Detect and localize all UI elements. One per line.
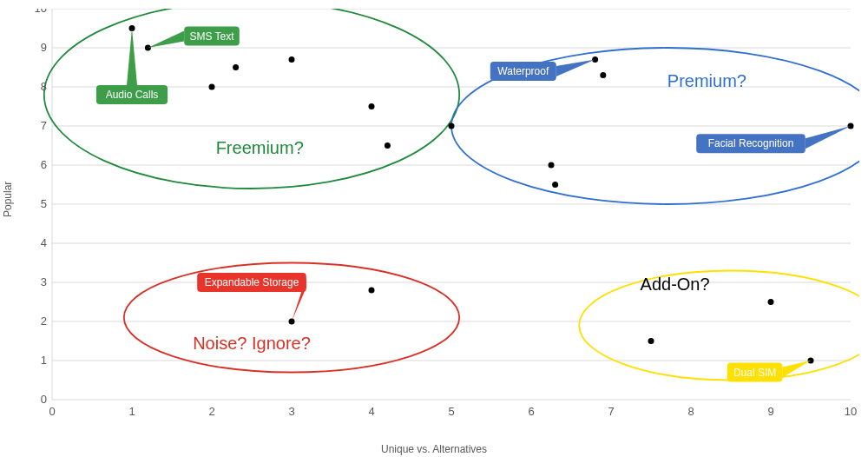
- callout: Audio Calls: [96, 29, 168, 104]
- region-label: Freemium?: [216, 138, 304, 157]
- callout: SMS Text: [148, 27, 239, 48]
- x-tick: 0: [49, 405, 55, 418]
- region-ellipse: [579, 271, 859, 381]
- y-tick: 8: [41, 80, 47, 93]
- callout: Facial Recognition: [696, 126, 851, 153]
- callout: Expandable Storage: [197, 273, 306, 321]
- x-tick: 1: [128, 405, 135, 418]
- region-label: Add-On?: [641, 275, 710, 294]
- svg-marker-12: [148, 31, 184, 49]
- data-point: [552, 182, 558, 188]
- y-tick: 2: [41, 315, 47, 328]
- y-tick: 10: [35, 9, 47, 15]
- data-point: [369, 103, 375, 109]
- y-tick: 7: [41, 119, 47, 132]
- data-point: [209, 84, 215, 90]
- callout-label: Facial Recognition: [708, 137, 794, 149]
- svg-marker-18: [806, 126, 851, 149]
- callout-label: Audio Calls: [106, 89, 159, 101]
- region-label: Noise? Ignore?: [193, 334, 311, 353]
- y-tick: 3: [41, 275, 47, 288]
- x-axis-label: Unique vs. Alternatives: [0, 443, 868, 455]
- x-tick: 8: [687, 405, 694, 418]
- callout-label: Dual SIM: [733, 367, 776, 379]
- y-tick: 4: [41, 236, 47, 249]
- data-point: [385, 142, 391, 149]
- y-tick: 6: [41, 158, 47, 171]
- callout-label: Waterproof: [497, 65, 549, 77]
- x-tick: 7: [608, 405, 614, 418]
- svg-marker-16: [556, 60, 595, 77]
- data-point: [289, 56, 295, 63]
- data-point: [369, 288, 375, 294]
- y-axis-label: Popular: [2, 182, 14, 217]
- callout-label: Expandable Storage: [205, 276, 299, 288]
- callout: Waterproof: [490, 60, 595, 81]
- callout: Dual SIM: [727, 361, 811, 381]
- x-tick: 9: [767, 405, 773, 418]
- y-tick: 9: [41, 41, 47, 54]
- x-tick: 3: [288, 405, 294, 418]
- data-point: [233, 64, 239, 70]
- x-tick: 4: [368, 405, 374, 418]
- data-point: [768, 299, 774, 305]
- y-tick: 0: [41, 393, 47, 406]
- y-tick: 1: [41, 354, 47, 367]
- data-point: [600, 72, 606, 78]
- x-tick: 10: [845, 405, 857, 418]
- svg-marker-14: [127, 29, 137, 86]
- callout-label: SMS Text: [189, 30, 234, 43]
- data-point: [648, 338, 654, 344]
- data-point: [549, 162, 555, 169]
- x-tick: 5: [448, 405, 454, 418]
- plot-area: SMS TextAudio CallsWaterproofFacial Reco…: [35, 9, 859, 426]
- scatter-chart: Popular Unique vs. Alternatives SMS Text…: [0, 0, 868, 457]
- y-tick: 5: [41, 197, 47, 210]
- data-point: [449, 123, 455, 129]
- x-tick: 2: [208, 405, 214, 418]
- x-tick: 6: [528, 405, 534, 418]
- region-label: Premium?: [667, 71, 746, 90]
